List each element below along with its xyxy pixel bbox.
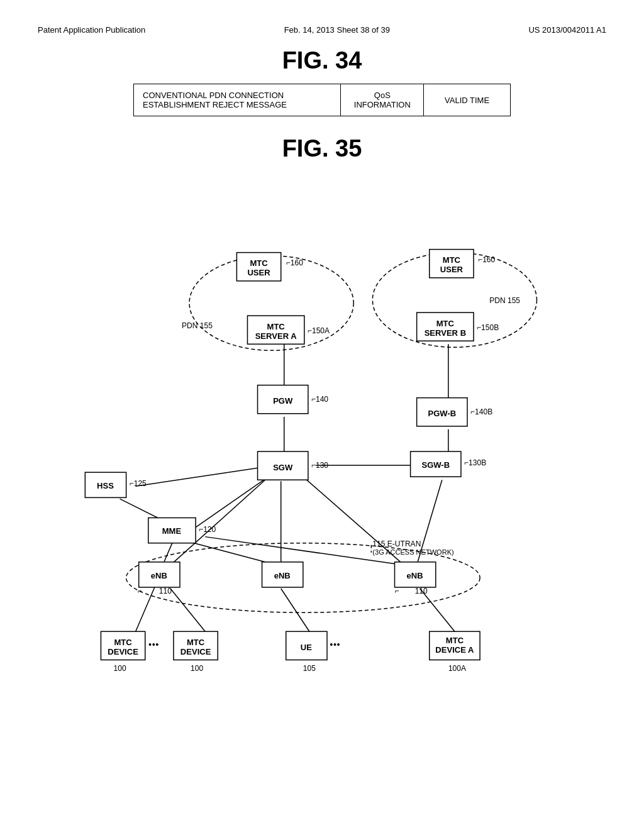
svg-line-17: [281, 589, 309, 631]
mtc-server-b-label: MTC: [436, 319, 455, 328]
ref-130: ⌐130: [311, 461, 328, 470]
table-cell-qos: QoSINFORMATION: [341, 84, 424, 116]
mtc-device-a-label: MTC: [446, 636, 464, 645]
page-header: Patent Application Publication Feb. 14, …: [38, 25, 606, 35]
mme-label: MME: [162, 526, 182, 536]
ref-140: ⌐140: [311, 395, 328, 404]
dots2: •••: [330, 639, 340, 650]
sgw-label: SGW: [273, 463, 293, 472]
mtc-user-right-label: MTC: [443, 255, 461, 265]
table-cell-valid: VALID TIME: [424, 84, 511, 116]
ref-110c: 110: [415, 587, 428, 595]
header-middle: Feb. 14, 2013 Sheet 38 of 39: [284, 25, 390, 35]
enb-center-label: eNB: [274, 571, 291, 580]
e-utran-label: 115 E-UTRAN: [372, 540, 421, 548]
ref-100A: 100A: [448, 664, 467, 673]
mtc-server-a-label2: SERVER A: [255, 331, 297, 341]
table-cell-message: CONVENTIONAL PDN CONNECTIONESTABLISHMENT…: [134, 84, 341, 116]
ref-105: 105: [303, 664, 316, 673]
ref-100a: 100: [114, 664, 126, 673]
ref-110a: 110: [159, 587, 172, 595]
fig34-title: FIG. 34: [133, 47, 511, 74]
dots1: •••: [148, 639, 159, 650]
ref-100b: 100: [191, 664, 203, 673]
ref-140b: ⌐140B: [470, 407, 492, 416]
pdn-right-label: PDN 155: [489, 296, 520, 305]
mtc-user-left-label: MTC: [250, 258, 268, 268]
sgw-b-label: SGW-B: [421, 460, 450, 470]
ref-160-right: ⌐160: [478, 255, 495, 264]
fig35-section: FIG. 35: [38, 135, 606, 701]
fig35-title: FIG. 35: [38, 135, 606, 162]
ref-arrow-110c: ⌐: [395, 587, 399, 595]
mtc-server-b-label2: SERVER B: [425, 328, 466, 338]
enb-right-label: eNB: [407, 571, 423, 580]
ue-label: UE: [301, 643, 312, 652]
enb-left-label: eNB: [151, 571, 167, 580]
fig35-diagram: MTC USER MTC USER ⌐160 ⌐160 PDN 155 PDN …: [38, 165, 606, 731]
hss-label: HSS: [97, 481, 114, 490]
fig34-section: FIG. 34 CONVENTIONAL PDN CONNECTIONESTAB…: [133, 47, 511, 116]
svg-line-7: [196, 477, 269, 527]
ref-120: ⌐120: [199, 525, 216, 534]
svg-line-6: [136, 467, 262, 486]
pgw-label: PGW: [273, 396, 293, 406]
mtc-device-a-label2: DEVICE A: [435, 645, 474, 655]
ref-150a: ⌐150A: [308, 326, 330, 335]
mtc-user-right-label2: USER: [440, 265, 464, 274]
fig34-table: CONVENTIONAL PDN CONNECTIONESTABLISHMENT…: [133, 84, 511, 116]
ref-arrow-110a: ⌐: [138, 587, 142, 595]
ref-160-left: ⌐160: [286, 258, 303, 267]
ref-150b: ⌐150B: [477, 323, 499, 332]
ref-125: ⌐125: [130, 479, 147, 488]
pdn-left-label: PDN 155: [182, 321, 213, 330]
mtc-device1-label2: DEVICE: [108, 647, 138, 656]
header-left: Patent Application Publication: [38, 25, 145, 35]
mtc-device2-label2: DEVICE: [180, 647, 211, 656]
mtc-device2-label: MTC: [187, 638, 205, 647]
mtc-user-left-label2: USER: [247, 268, 270, 277]
svg-line-16: [170, 589, 205, 631]
mtc-device1-label: MTC: [114, 638, 132, 647]
page: Patent Application Publication Feb. 14, …: [0, 0, 644, 830]
pgw-b-label: PGW-B: [428, 409, 457, 418]
header-right: US 2013/0042011 A1: [528, 25, 606, 35]
mtc-server-a-label: MTC: [267, 322, 286, 331]
ref-130b: ⌐130B: [464, 458, 486, 467]
e-utran-sublabel: (3G ACCESS NETWORK): [372, 548, 453, 556]
